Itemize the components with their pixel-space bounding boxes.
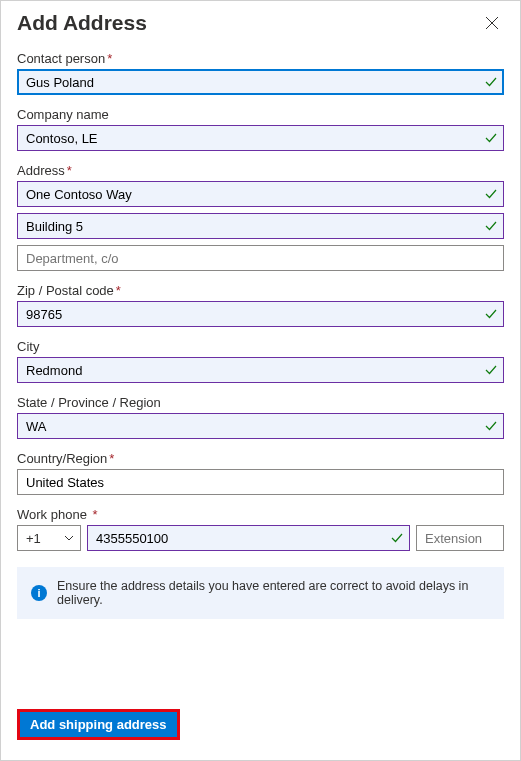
required-mark: * <box>109 451 114 466</box>
required-mark: * <box>116 283 121 298</box>
info-callout: i Ensure the address details you have en… <box>17 567 504 619</box>
required-mark: * <box>67 163 72 178</box>
field-company: Company name <box>17 107 504 151</box>
company-input[interactable] <box>17 125 504 151</box>
required-mark: * <box>89 507 98 522</box>
phone-cc-select[interactable]: +1 <box>17 525 81 551</box>
field-phone: Work phone * +1 <box>17 507 504 551</box>
chevron-down-icon <box>64 533 74 543</box>
required-mark: * <box>107 51 112 66</box>
label-city: City <box>17 339 504 354</box>
add-address-panel: Add Address Contact person* Company name… <box>0 0 521 761</box>
label-country: Country/Region* <box>17 451 504 466</box>
field-zip: Zip / Postal code* <box>17 283 504 327</box>
extension-input[interactable] <box>416 525 504 551</box>
address1-input[interactable] <box>17 181 504 207</box>
label-phone: Work phone * <box>17 507 504 522</box>
field-city: City <box>17 339 504 383</box>
add-shipping-address-button[interactable]: Add shipping address <box>17 709 180 740</box>
label-contact: Contact person* <box>17 51 504 66</box>
field-contact: Contact person* <box>17 51 504 95</box>
form-body: Contact person* Company name Address* <box>1 41 520 697</box>
field-address: Address* <box>17 163 504 271</box>
country-input[interactable] <box>17 469 504 495</box>
address3-input[interactable] <box>17 245 504 271</box>
close-icon <box>485 16 499 30</box>
label-state: State / Province / Region <box>17 395 504 410</box>
label-address: Address* <box>17 163 504 178</box>
zip-input[interactable] <box>17 301 504 327</box>
panel-title: Add Address <box>17 11 147 35</box>
state-input[interactable] <box>17 413 504 439</box>
label-zip: Zip / Postal code* <box>17 283 504 298</box>
field-country: Country/Region* <box>17 451 504 495</box>
label-company: Company name <box>17 107 504 122</box>
city-input[interactable] <box>17 357 504 383</box>
info-icon: i <box>31 585 47 601</box>
phone-cc-value: +1 <box>26 531 41 546</box>
contact-input[interactable] <box>17 69 504 95</box>
panel-header: Add Address <box>1 1 520 41</box>
phone-input[interactable] <box>87 525 410 551</box>
info-text: Ensure the address details you have ente… <box>57 579 490 607</box>
address2-input[interactable] <box>17 213 504 239</box>
panel-footer: Add shipping address <box>1 697 520 760</box>
field-state: State / Province / Region <box>17 395 504 439</box>
close-button[interactable] <box>478 9 506 37</box>
